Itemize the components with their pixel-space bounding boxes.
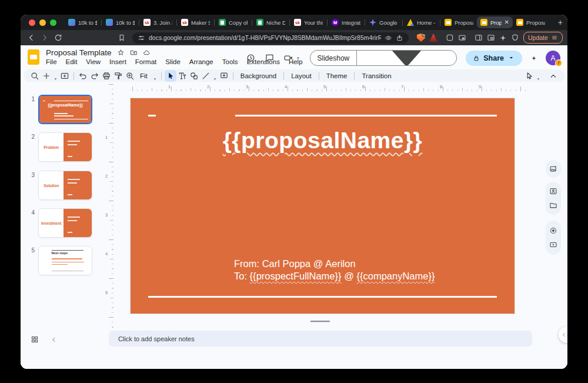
menu-format[interactable]: Format [135,58,156,65]
browser-tab[interactable]: 10k to $1 [102,16,138,28]
chevron-down-icon[interactable] [152,74,158,79]
slideshow-button[interactable]: Slideshow [310,50,457,66]
site-settings-icon[interactable] [138,34,145,42]
side-panel-icon[interactable] [475,34,483,42]
slide-title[interactable]: {{proposalName}} [131,128,514,154]
menu-file[interactable]: File [46,58,57,65]
adblock-extension-icon[interactable] [417,34,425,42]
browser-tab[interactable]: Proposal [441,16,477,28]
slide-canvas[interactable]: {{proposalName}} From: Carl Poppa @ Aeri… [131,98,514,314]
slide-thumbnail-3[interactable]: Solution [38,171,92,200]
shapes-icon[interactable] [188,70,200,82]
bookmark-icon[interactable] [118,34,126,42]
menu-view[interactable]: View [86,58,101,65]
address-bar[interactable]: docs.google.com/presentation/d/1gT-H8iVP… [132,32,409,44]
undo-icon[interactable] [77,70,89,82]
slide-thumbnail-1[interactable]: {{proposalName}} [38,95,92,124]
close-tab-icon[interactable]: ✕ [505,19,509,25]
slide-thumbnail-5[interactable]: Next steps [38,246,92,275]
menu-edit[interactable]: Edit [66,58,78,65]
redo-icon[interactable] [89,70,101,82]
slide-thumbnail-4[interactable]: Investment [38,208,92,238]
toolbar-button-transition[interactable]: Transition [358,72,395,79]
laser-icon[interactable] [523,70,535,82]
browser-tab[interactable]: 10k to $1 [65,16,101,28]
toolbar-button-fit[interactable]: Fit [136,72,152,79]
new-slide-icon[interactable] [59,70,71,82]
browser-tab[interactable]: skMaker Sc [178,16,213,28]
slideshow-dropdown-icon[interactable] [357,50,456,66]
image-sparkle-icon[interactable] [549,165,557,173]
document-title[interactable]: Proposal Template [46,48,112,57]
print-icon[interactable] [101,70,112,82]
meet-button[interactable] [283,53,301,63]
toolbar-button-theme[interactable]: Theme [322,72,352,79]
browser-tab[interactable]: sk3. Join 3 [140,16,176,28]
update-browser-button[interactable]: Update [523,32,563,44]
camera-box-icon[interactable] [549,241,557,249]
textbox-icon[interactable] [176,70,188,82]
gemini-sparkle-icon[interactable] [499,34,507,42]
browser-tab[interactable]: Niche Di [253,16,289,28]
gemini-button-icon[interactable] [531,54,537,63]
document-status-cloud-icon[interactable] [143,49,151,56]
picture-in-picture-icon[interactable] [458,34,466,42]
version-history-icon[interactable] [246,53,256,63]
browser-tab[interactable]: Proposal [513,16,549,28]
browser-tab[interactable]: Home - C [403,16,439,28]
menu-insert[interactable]: Insert [109,58,126,65]
app-window-icon[interactable] [446,34,454,42]
new-tab-button[interactable]: + [558,18,563,27]
contacts-icon[interactable] [549,187,557,195]
comment-plus-icon[interactable] [218,70,230,82]
speaker-notes-bar[interactable]: Click to add speaker notes [109,331,532,347]
chevron-down-icon[interactable] [212,74,218,79]
browser-tab[interactable]: MIntegratio [328,16,364,28]
folder-icon[interactable] [549,201,557,209]
back-button[interactable] [26,33,36,42]
avatar[interactable]: A ! [546,51,560,65]
grid-view-icon[interactable] [31,335,39,344]
browser-tab[interactable]: Copy of I [215,16,251,28]
star-icon[interactable] [117,49,125,56]
google-slides-logo[interactable] [28,49,39,65]
comments-icon[interactable] [265,53,275,63]
forward-button[interactable] [40,33,49,42]
share-page-icon[interactable] [396,34,403,42]
menu-slide[interactable]: Slide [165,58,181,65]
expand-side-panel-button[interactable] [559,327,567,343]
toolbar-button-background[interactable]: Background [236,72,280,79]
browser-tab-active[interactable]: Prop✕ [477,16,513,28]
reload-button[interactable] [54,33,63,42]
plus-icon[interactable] [41,70,52,82]
chevron-down-icon[interactable] [536,74,541,79]
share-button[interactable]: Share [466,51,522,66]
notes-resize-handle[interactable] [310,321,330,322]
menu-arrange[interactable]: Arrange [189,58,213,65]
zoom-window-button[interactable] [50,19,56,26]
zoom-in-icon[interactable] [124,70,136,82]
minimize-window-button[interactable] [39,19,46,26]
menu-tools[interactable]: Tools [222,58,238,65]
paint-icon[interactable] [112,70,124,82]
preview-icon[interactable] [385,34,392,42]
privacy-shield-icon[interactable] [511,34,519,42]
line-icon[interactable] [200,70,212,82]
browser-tab[interactable]: skYour thir [290,16,326,28]
search-icon[interactable] [29,70,41,82]
tab-search-icon[interactable] [487,34,495,42]
chevron-up-icon[interactable] [547,70,559,82]
move-to-folder-icon[interactable] [130,49,138,56]
toolbar-button-layout[interactable]: Layout [287,72,316,79]
chevron-down-icon[interactable] [53,74,58,79]
collapse-filmstrip-icon[interactable] [51,337,57,343]
slide-thumbnail-2[interactable]: Problem [38,132,92,162]
browser-tab[interactable]: Google C [366,16,402,28]
record-icon[interactable] [549,227,557,235]
slide-from-to-textbox[interactable]: From: Carl Poppa @ Aerilon To: {{prospec… [234,258,435,282]
close-window-button[interactable] [29,19,35,26]
triangle-extension-icon[interactable]: 2 [429,34,437,42]
share-dropdown-icon[interactable] [507,54,515,62]
cursor-icon[interactable] [165,70,176,82]
tab-divider [139,19,139,26]
